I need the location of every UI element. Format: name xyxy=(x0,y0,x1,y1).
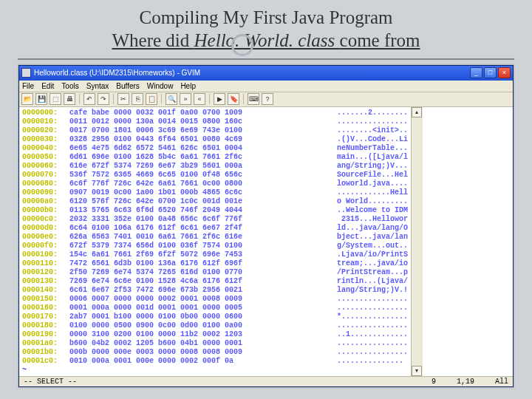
hex-addr: 0000060: xyxy=(22,162,69,171)
hex-row[interactable]: 00000c0:2032 3331 352e 0100 0a48 656c 6c… xyxy=(22,215,408,224)
hex-row[interactable]: 00000d0:6c64 0100 106a 6176 612f 6c61 6e… xyxy=(22,224,408,233)
hex-addr: 0000050: xyxy=(22,153,69,162)
menu-help[interactable]: Help xyxy=(180,82,196,90)
hex-addr: 0000070: xyxy=(22,171,69,180)
print-icon[interactable]: 🖶 xyxy=(64,93,75,105)
hex-addr: 0000160: xyxy=(22,304,69,313)
copy-icon[interactable]: ⎘ xyxy=(132,93,143,105)
menu-window[interactable]: Window xyxy=(147,82,174,90)
separator xyxy=(113,94,114,104)
menu-file[interactable]: File xyxy=(22,82,34,90)
paste-icon[interactable]: 📋 xyxy=(146,93,157,105)
hex-bytes: 0100 0000 0500 0900 0c00 0d00 0100 0a00 xyxy=(69,321,328,330)
hex-row[interactable]: 0000070:536f 7572 6365 4669 6c65 0100 0f… xyxy=(22,171,408,180)
hex-addr: 0000180: xyxy=(22,321,69,330)
tilde-line: ~ xyxy=(22,366,408,375)
make-icon[interactable]: ▶ xyxy=(214,93,225,105)
hex-addr: 0000080: xyxy=(22,180,69,188)
hex-row[interactable]: 0000000:cafe babe 0000 0032 001f 0a00 07… xyxy=(22,109,408,117)
hex-row[interactable]: 0000030:0328 2956 0100 0443 6f64 6501 00… xyxy=(22,135,408,144)
hex-addr: 0000000: xyxy=(22,109,69,117)
tags-icon[interactable]: 🔖 xyxy=(228,93,239,105)
cut-icon[interactable]: ✂ xyxy=(117,93,129,105)
hex-view[interactable]: 0000000:cafe babe 0000 0032 001f 0a00 07… xyxy=(19,107,411,376)
hex-addr: 00001c0: xyxy=(22,357,69,366)
hex-row[interactable]: 00000e0:626a 6563 7401 0010 6a61 7661 2f… xyxy=(22,233,408,242)
hex-row[interactable]: 0000040:6e65 4e75 6d62 6572 5461 626c 65… xyxy=(22,144,408,153)
hex-row[interactable]: 0000180:0100 0000 0500 0900 0c00 0d00 01… xyxy=(22,321,408,330)
hex-row[interactable]: 0000010:0011 0012 0000 130a 0014 0015 08… xyxy=(22,117,408,126)
scroll-down-icon[interactable]: ▾ xyxy=(412,366,422,376)
findprev-icon[interactable]: « xyxy=(194,93,205,105)
hex-row[interactable]: 0000140:6c61 6e67 2f53 7472 696e 673b 29… xyxy=(22,286,408,295)
hex-row[interactable]: 0000050:6d61 696e 0100 1628 5b4c 6a61 76… xyxy=(22,153,408,162)
hex-ascii: loworld.java.... xyxy=(328,180,408,188)
hex-row[interactable]: 0000150:0006 0007 0000 0000 0002 0001 00… xyxy=(22,295,408,304)
hex-row[interactable]: 0000130:7269 6e74 6c6e 0100 1528 4c6a 61… xyxy=(22,277,408,286)
title-line-2-prefix: Where did xyxy=(112,30,194,50)
hex-addr: 0000020: xyxy=(22,126,69,135)
hex-row[interactable]: 00000a0:6120 576f 726c 642e 0700 1c0c 00… xyxy=(22,197,408,206)
hex-row[interactable]: 00000f0:672f 5379 7374 656d 0100 036f 75… xyxy=(22,242,408,250)
hex-bytes: 0907 0019 0c00 1a00 1b01 000b 4865 6c6c xyxy=(69,188,328,197)
hex-row[interactable]: 0000060:616e 672f 5374 7269 6e67 3b29 56… xyxy=(22,162,408,171)
menu-tools[interactable]: Tools xyxy=(61,82,78,90)
hex-addr: 0000120: xyxy=(22,268,69,277)
redo-icon[interactable]: ↷ xyxy=(98,93,109,105)
shell-icon[interactable]: ⌨ xyxy=(248,93,259,105)
hex-row[interactable]: 0000020:0017 0700 1801 0006 3c69 6e69 74… xyxy=(22,126,408,135)
hex-ascii: SourceFile...Hel xyxy=(328,171,408,180)
saveall-icon[interactable]: ⬚ xyxy=(50,93,61,105)
open-icon[interactable]: 📂 xyxy=(21,93,33,105)
titlebar[interactable]: Helloworld.class (U:\IDM2315\Homeworks) … xyxy=(19,66,513,81)
hex-addr: 0000170: xyxy=(22,313,69,321)
minimize-button[interactable]: _ xyxy=(470,67,482,78)
hex-ascii: ang/String;)V... xyxy=(328,162,408,171)
hex-row[interactable]: 0000110:7472 6561 6d3b 0100 136a 6176 61… xyxy=(22,259,408,268)
hex-ascii: ................ xyxy=(328,348,408,357)
status-pos: 1,19 xyxy=(457,378,474,386)
scrollbar[interactable]: ▴ ▾ xyxy=(411,107,423,376)
hex-bytes: 2032 3331 352e 0100 0a48 656c 6c6f 776f xyxy=(69,215,328,224)
hex-row[interactable]: 0000090:0907 0019 0c00 1a00 1b01 000b 48… xyxy=(22,188,408,197)
hex-bytes: 0011 0012 0000 130a 0014 0015 0800 160c xyxy=(69,117,328,126)
save-icon[interactable]: 💾 xyxy=(35,93,47,105)
undo-icon[interactable]: ↶ xyxy=(83,93,95,105)
separator xyxy=(79,94,80,104)
menubar[interactable]: File Edit Tools Syntax Buffers Window He… xyxy=(19,81,513,92)
window-title: Helloworld.class (U:\IDM2315\Homeworks) … xyxy=(34,69,200,77)
hex-bytes: 2f50 7269 6e74 5374 7265 616d 0100 0770 xyxy=(69,268,328,277)
help-icon[interactable]: ? xyxy=(262,93,273,105)
maximize-button[interactable]: □ xyxy=(484,67,497,78)
close-button[interactable]: × xyxy=(498,67,511,78)
hex-addr: 00001b0: xyxy=(22,348,69,357)
hex-row[interactable]: 0000190:0000 3100 0200 0100 0000 11b2 00… xyxy=(22,330,408,339)
hex-row[interactable]: 0000170:2ab7 0001 b100 0000 0100 0b00 00… xyxy=(22,313,408,321)
hex-row[interactable]: 0000160:0001 000a 0000 001d 0001 0001 00… xyxy=(22,304,408,313)
hex-bytes: 6120 576f 726c 642e 0700 1c0c 001d 001e xyxy=(69,197,328,206)
hex-row[interactable]: 0000120:2f50 7269 6e74 5374 7265 616d 01… xyxy=(22,268,408,277)
hex-bytes: 0328 2956 0100 0443 6f64 6501 0080 4c69 xyxy=(69,135,328,144)
hex-addr: 0000010: xyxy=(22,117,69,126)
hex-row[interactable]: 00001b0:000b 0000 000e 0003 0000 0008 00… xyxy=(22,348,408,357)
hex-row[interactable]: 0000100:154c 6a61 7661 2f69 6f2f 5072 69… xyxy=(22,250,408,259)
hex-row[interactable]: 00001c0:0010 000a 0001 000e 0000 0002 00… xyxy=(22,357,408,366)
hex-row[interactable]: 0000080:6c6f 776f 726c 642e 6a61 7661 0c… xyxy=(22,180,408,188)
hex-row[interactable]: 00001a0:b600 04b2 0002 1205 b600 04b1 00… xyxy=(22,339,408,348)
hex-bytes: 7269 6e74 6c6e 0100 1528 4c6a 6176 612f xyxy=(69,277,328,286)
menu-buffers[interactable]: Buffers xyxy=(116,82,140,90)
hex-bytes: 6c6f 776f 726c 642e 6a61 7661 0c00 0800 xyxy=(69,180,328,188)
statusbar: -- SELECT -- 9 1,19 All xyxy=(19,376,513,386)
hex-bytes: 2ab7 0001 b100 0000 0100 0b00 0000 0600 xyxy=(69,313,328,321)
hex-addr: 00000d0: xyxy=(22,224,69,233)
decorative-ring xyxy=(231,34,253,56)
hex-ascii: lang/String;)V.! xyxy=(328,286,408,295)
hex-bytes: 6c61 6e67 2f53 7472 696e 673b 2956 0021 xyxy=(69,286,328,295)
menu-syntax[interactable]: Syntax xyxy=(86,82,109,90)
scroll-up-icon[interactable]: ▴ xyxy=(412,107,422,117)
hex-bytes: 7472 6561 6d3b 0100 136a 6176 612f 696f xyxy=(69,259,328,268)
findnext-icon[interactable]: » xyxy=(180,93,191,105)
menu-edit[interactable]: Edit xyxy=(41,82,54,90)
hex-row[interactable]: 00000b0:0113 5765 6c63 6f6d 6520 746f 20… xyxy=(22,206,408,215)
find-icon[interactable]: 🔍 xyxy=(166,93,177,105)
